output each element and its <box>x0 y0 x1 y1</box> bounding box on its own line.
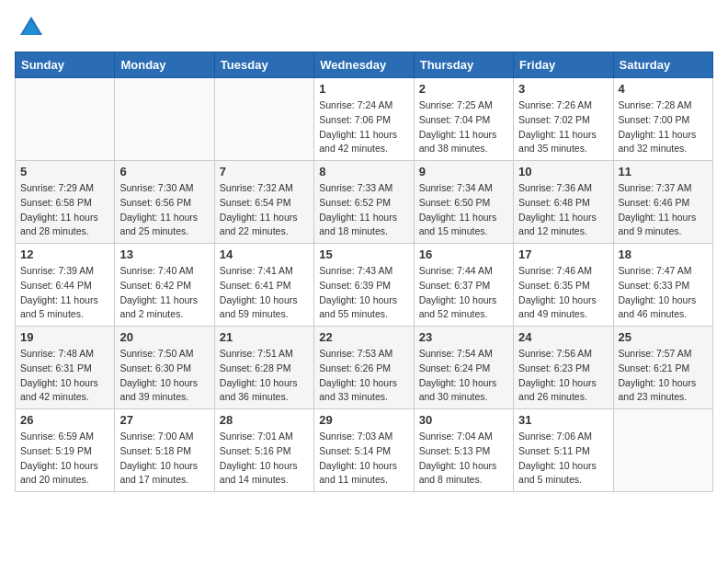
day-number: 7 <box>220 165 309 178</box>
day-info: Sunrise: 7:29 AM Sunset: 6:58 PM Dayligh… <box>20 181 109 239</box>
day-number: 1 <box>319 82 408 96</box>
logo-icon <box>18 15 44 40</box>
day-number: 5 <box>20 165 109 178</box>
day-number: 2 <box>419 82 508 96</box>
day-of-week-header: Friday <box>514 52 613 78</box>
day-info: Sunrise: 7:46 AM Sunset: 6:35 PM Dayligh… <box>518 264 608 322</box>
logo <box>15 15 44 40</box>
calendar-cell: 29Sunrise: 7:03 AM Sunset: 5:14 PM Dayli… <box>314 409 414 492</box>
day-number: 24 <box>518 330 608 344</box>
calendar-cell: 7Sunrise: 7:32 AM Sunset: 6:54 PM Daylig… <box>214 161 313 244</box>
calendar-cell: 11Sunrise: 7:37 AM Sunset: 6:46 PM Dayli… <box>613 161 712 244</box>
calendar-cell: 31Sunrise: 7:06 AM Sunset: 5:11 PM Dayli… <box>514 409 613 492</box>
calendar-cell: 24Sunrise: 7:56 AM Sunset: 6:23 PM Dayli… <box>514 327 613 409</box>
day-info: Sunrise: 7:30 AM Sunset: 6:56 PM Dayligh… <box>119 181 209 239</box>
calendar-cell: 26Sunrise: 6:59 AM Sunset: 5:19 PM Dayli… <box>16 409 115 492</box>
day-of-week-header: Wednesday <box>314 52 414 78</box>
day-info: Sunrise: 7:36 AM Sunset: 6:48 PM Dayligh… <box>518 181 608 239</box>
day-info: Sunrise: 7:28 AM Sunset: 7:00 PM Dayligh… <box>619 98 708 156</box>
calendar-cell: 4Sunrise: 7:28 AM Sunset: 7:00 PM Daylig… <box>613 78 712 161</box>
calendar-cell: 13Sunrise: 7:40 AM Sunset: 6:42 PM Dayli… <box>115 244 214 327</box>
calendar-header-row: SundayMondayTuesdayWednesdayThursdayFrid… <box>16 52 713 78</box>
calendar-cell: 12Sunrise: 7:39 AM Sunset: 6:44 PM Dayli… <box>16 244 115 327</box>
day-number: 29 <box>319 413 408 427</box>
calendar-week-row: 19Sunrise: 7:48 AM Sunset: 6:31 PM Dayli… <box>16 327 713 409</box>
calendar-cell: 9Sunrise: 7:34 AM Sunset: 6:50 PM Daylig… <box>414 161 513 244</box>
calendar-cell <box>214 78 313 161</box>
day-number: 31 <box>518 413 608 427</box>
day-info: Sunrise: 7:41 AM Sunset: 6:41 PM Dayligh… <box>220 264 309 322</box>
day-info: Sunrise: 7:37 AM Sunset: 6:46 PM Dayligh… <box>619 181 708 239</box>
day-number: 4 <box>619 82 708 96</box>
day-info: Sunrise: 7:40 AM Sunset: 6:42 PM Dayligh… <box>119 264 209 322</box>
day-number: 22 <box>319 330 408 344</box>
day-info: Sunrise: 7:33 AM Sunset: 6:52 PM Dayligh… <box>319 181 408 239</box>
day-info: Sunrise: 7:44 AM Sunset: 6:37 PM Dayligh… <box>419 264 508 322</box>
day-number: 9 <box>419 165 508 178</box>
day-of-week-header: Saturday <box>613 52 712 78</box>
calendar-week-row: 26Sunrise: 6:59 AM Sunset: 5:19 PM Dayli… <box>16 409 713 492</box>
calendar-week-row: 1Sunrise: 7:24 AM Sunset: 7:06 PM Daylig… <box>16 78 713 161</box>
day-number: 27 <box>119 413 209 427</box>
day-info: Sunrise: 7:24 AM Sunset: 7:06 PM Dayligh… <box>319 98 408 156</box>
day-info: Sunrise: 7:48 AM Sunset: 6:31 PM Dayligh… <box>20 347 109 405</box>
day-of-week-header: Sunday <box>16 52 115 78</box>
calendar-week-row: 12Sunrise: 7:39 AM Sunset: 6:44 PM Dayli… <box>16 244 713 327</box>
day-info: Sunrise: 7:00 AM Sunset: 5:18 PM Dayligh… <box>119 430 209 488</box>
calendar-cell: 8Sunrise: 7:33 AM Sunset: 6:52 PM Daylig… <box>314 161 414 244</box>
day-number: 16 <box>419 247 508 261</box>
calendar-cell: 14Sunrise: 7:41 AM Sunset: 6:41 PM Dayli… <box>214 244 313 327</box>
calendar-cell: 21Sunrise: 7:51 AM Sunset: 6:28 PM Dayli… <box>214 327 313 409</box>
day-number: 17 <box>518 247 608 261</box>
day-info: Sunrise: 7:47 AM Sunset: 6:33 PM Dayligh… <box>619 264 708 322</box>
day-number: 28 <box>220 413 309 427</box>
day-number: 10 <box>518 165 608 178</box>
day-info: Sunrise: 7:03 AM Sunset: 5:14 PM Dayligh… <box>319 430 408 488</box>
calendar-cell: 19Sunrise: 7:48 AM Sunset: 6:31 PM Dayli… <box>16 327 115 409</box>
calendar-cell: 22Sunrise: 7:53 AM Sunset: 6:26 PM Dayli… <box>314 327 414 409</box>
calendar-cell: 18Sunrise: 7:47 AM Sunset: 6:33 PM Dayli… <box>613 244 712 327</box>
day-info: Sunrise: 7:50 AM Sunset: 6:30 PM Dayligh… <box>119 347 209 405</box>
calendar-cell: 5Sunrise: 7:29 AM Sunset: 6:58 PM Daylig… <box>16 161 115 244</box>
calendar-cell: 2Sunrise: 7:25 AM Sunset: 7:04 PM Daylig… <box>414 78 513 161</box>
day-info: Sunrise: 7:04 AM Sunset: 5:13 PM Dayligh… <box>419 430 508 488</box>
calendar-cell: 28Sunrise: 7:01 AM Sunset: 5:16 PM Dayli… <box>214 409 313 492</box>
day-info: Sunrise: 7:32 AM Sunset: 6:54 PM Dayligh… <box>220 181 309 239</box>
calendar-cell: 6Sunrise: 7:30 AM Sunset: 6:56 PM Daylig… <box>115 161 214 244</box>
day-number: 13 <box>119 247 209 261</box>
calendar-week-row: 5Sunrise: 7:29 AM Sunset: 6:58 PM Daylig… <box>16 161 713 244</box>
day-info: Sunrise: 7:51 AM Sunset: 6:28 PM Dayligh… <box>220 347 309 405</box>
page-header <box>15 15 713 40</box>
day-info: Sunrise: 7:26 AM Sunset: 7:02 PM Dayligh… <box>518 98 608 156</box>
day-info: Sunrise: 7:25 AM Sunset: 7:04 PM Dayligh… <box>419 98 508 156</box>
day-number: 23 <box>419 330 508 344</box>
calendar-cell: 17Sunrise: 7:46 AM Sunset: 6:35 PM Dayli… <box>514 244 613 327</box>
calendar-cell <box>16 78 115 161</box>
calendar-cell: 25Sunrise: 7:57 AM Sunset: 6:21 PM Dayli… <box>613 327 712 409</box>
day-of-week-header: Monday <box>115 52 214 78</box>
calendar-cell <box>613 409 712 492</box>
calendar-cell: 1Sunrise: 7:24 AM Sunset: 7:06 PM Daylig… <box>314 78 414 161</box>
calendar-cell: 3Sunrise: 7:26 AM Sunset: 7:02 PM Daylig… <box>514 78 613 161</box>
day-number: 18 <box>619 247 708 261</box>
day-info: Sunrise: 7:06 AM Sunset: 5:11 PM Dayligh… <box>518 430 608 488</box>
calendar-cell: 23Sunrise: 7:54 AM Sunset: 6:24 PM Dayli… <box>414 327 513 409</box>
calendar-cell: 10Sunrise: 7:36 AM Sunset: 6:48 PM Dayli… <box>514 161 613 244</box>
day-number: 12 <box>20 247 109 261</box>
day-number: 30 <box>419 413 508 427</box>
calendar-cell <box>115 78 214 161</box>
day-number: 11 <box>619 165 708 178</box>
day-number: 26 <box>20 413 109 427</box>
day-number: 21 <box>220 330 309 344</box>
calendar-cell: 27Sunrise: 7:00 AM Sunset: 5:18 PM Dayli… <box>115 409 214 492</box>
day-number: 8 <box>319 165 408 178</box>
day-number: 6 <box>119 165 209 178</box>
calendar-cell: 30Sunrise: 7:04 AM Sunset: 5:13 PM Dayli… <box>414 409 513 492</box>
day-info: Sunrise: 7:39 AM Sunset: 6:44 PM Dayligh… <box>20 264 109 322</box>
day-number: 3 <box>518 82 608 96</box>
day-info: Sunrise: 7:54 AM Sunset: 6:24 PM Dayligh… <box>419 347 508 405</box>
day-number: 19 <box>20 330 109 344</box>
calendar-table: SundayMondayTuesdayWednesdayThursdayFrid… <box>15 52 713 492</box>
day-info: Sunrise: 7:43 AM Sunset: 6:39 PM Dayligh… <box>319 264 408 322</box>
calendar-cell: 20Sunrise: 7:50 AM Sunset: 6:30 PM Dayli… <box>115 327 214 409</box>
